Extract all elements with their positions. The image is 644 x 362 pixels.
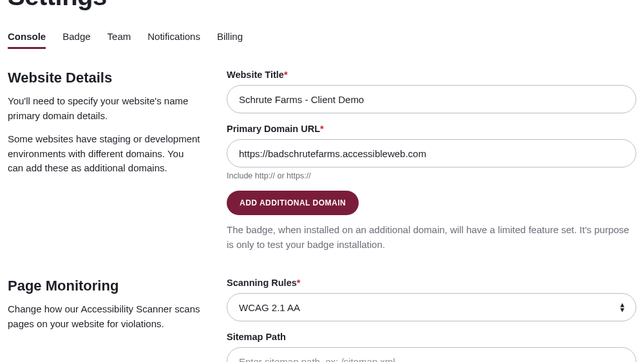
sitemap-path-input[interactable] <box>227 347 636 362</box>
badge-install-note: The badge, when installed on an addition… <box>227 223 636 252</box>
tab-console[interactable]: Console <box>8 31 46 49</box>
primary-domain-hint: Include http:// or https:// <box>227 171 636 180</box>
website-details-desc1: You'll need to specify your website's na… <box>8 94 201 123</box>
add-additional-domain-button[interactable]: Add Additional Domain <box>227 191 359 215</box>
tab-billing[interactable]: Billing <box>217 31 243 49</box>
tab-team[interactable]: Team <box>108 31 131 49</box>
required-mark: * <box>284 70 288 80</box>
primary-domain-label: Primary Domain URL* <box>227 124 636 134</box>
page-title: Settings <box>8 0 636 9</box>
settings-tabs: Console Badge Team Notifications Billing <box>8 31 636 49</box>
website-details-desc2: Some websites have staging or developmen… <box>8 132 201 176</box>
section-page-monitoring: Page Monitoring Change how our Accessibi… <box>8 278 636 362</box>
section-website-details: Website Details You'll need to specify y… <box>8 70 636 252</box>
page-monitoring-heading: Page Monitoring <box>8 278 201 294</box>
website-details-heading: Website Details <box>8 70 201 86</box>
tab-badge[interactable]: Badge <box>62 31 90 49</box>
primary-domain-input[interactable] <box>227 139 636 167</box>
sitemap-path-label: Sitemap Path <box>227 332 636 342</box>
scanning-rules-select[interactable] <box>227 293 636 321</box>
website-title-input[interactable] <box>227 85 636 113</box>
required-mark: * <box>297 278 301 288</box>
page-monitoring-desc1: Change how our Accessibility Scanner sca… <box>8 302 201 331</box>
website-title-label: Website Title* <box>227 70 636 80</box>
scanning-rules-label: Scanning Rules* <box>227 278 636 288</box>
required-mark: * <box>320 124 324 134</box>
tab-notifications[interactable]: Notifications <box>147 31 200 49</box>
